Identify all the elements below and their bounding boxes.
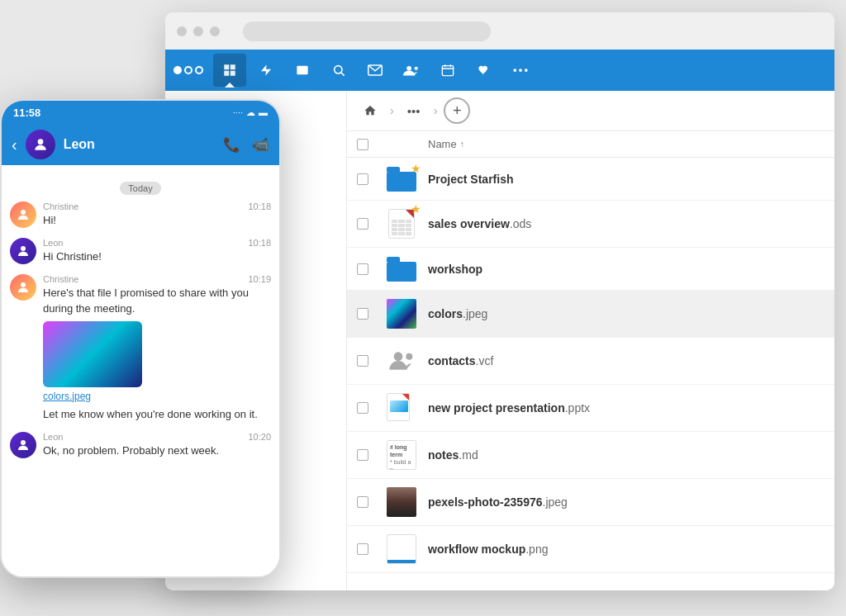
message-time-1: 10:18 [248, 201, 271, 211]
battery-icon: ▬ [259, 107, 268, 117]
file-checkbox-workshop[interactable] [357, 263, 377, 275]
svg-rect-7 [442, 66, 453, 76]
svg-point-16 [406, 353, 412, 360]
message-meta-4: Leon 10:20 [43, 432, 271, 442]
file-icon-area-new-project-presentation [383, 393, 420, 423]
file-row-notes[interactable]: # long term * build a n... develop l... … [347, 432, 834, 479]
home-button[interactable] [357, 97, 383, 124]
svg-point-18 [21, 210, 26, 215]
file-list: ★ Project Starfish ★ [347, 158, 834, 573]
date-badge: Today [120, 182, 160, 195]
message-2: Leon 10:18 Hi Christine! [10, 238, 271, 264]
png-icon [387, 534, 416, 564]
nav-heart-button[interactable] [468, 54, 501, 87]
file-checkbox-workflow-mockup[interactable] [357, 543, 377, 555]
file-row-project-starfish[interactable]: ★ Project Starfish [347, 158, 834, 201]
svg-point-11 [513, 69, 516, 72]
svg-point-15 [394, 352, 403, 361]
message-text-4: Ok, no problem. Probably next week. [43, 443, 271, 458]
video-button[interactable]: 📹 [252, 136, 269, 154]
more-breadcrumb-button[interactable]: ••• [401, 97, 427, 124]
message-3: Christine 10:19 Here's that file I promi… [10, 274, 271, 422]
spreadsheet-icon: ★ [388, 209, 415, 239]
contact-avatar [26, 130, 55, 159]
file-name-notes: notes.md [428, 448, 825, 462]
file-name-pexels-photo: pexels-photo-235976.jpeg [428, 495, 825, 509]
nav-mail-button[interactable] [359, 54, 392, 87]
shared-image[interactable] [43, 321, 142, 387]
file-row-new-project-presentation[interactable]: new project presentation.pptx [347, 385, 834, 432]
browser-dot-3 [210, 26, 220, 36]
select-all-checkbox[interactable] [357, 139, 368, 150]
file-row-colors[interactable]: colors.jpeg [347, 291, 834, 338]
contacts-icon [387, 346, 416, 376]
file-name-sales-overview: sales overview.ods [428, 217, 825, 230]
logo-circle-3 [195, 66, 203, 74]
address-bar[interactable] [243, 21, 491, 41]
file-icon-area-contacts [383, 346, 420, 376]
nextcloud-logo [173, 66, 203, 74]
chat-messages: Today Christine 10:18 Hi! Leon [2, 165, 279, 576]
file-row-workflow-mockup[interactable]: workflow mockup.png [347, 526, 834, 573]
colors-thumbnail [387, 299, 416, 329]
nav-contacts-button[interactable] [395, 54, 428, 87]
file-checkbox-contacts[interactable] [357, 355, 377, 367]
files-panel: › ••• › + Name ↑ [347, 91, 834, 590]
file-name-new-project-presentation: new project presentation.pptx [428, 401, 825, 415]
file-icon-area-project-starfish: ★ [383, 167, 420, 192]
phone-status-icons: ···· ☁ ▬ [233, 107, 268, 118]
folder-icon [387, 257, 416, 282]
browser-dot-1 [177, 26, 187, 36]
message-time-4: 10:20 [248, 432, 271, 442]
add-file-button[interactable]: + [444, 97, 470, 124]
nav-calendar-button[interactable] [431, 54, 464, 87]
file-name-project-starfish: Project Starfish [428, 173, 825, 186]
nav-files-button[interactable] [213, 54, 246, 87]
message-text-3b: Let me know when you're done working on … [43, 407, 271, 422]
file-row-workshop[interactable]: workshop [347, 248, 834, 291]
file-icon-area-sales-overview: ★ [383, 209, 420, 239]
back-button[interactable]: ‹ [12, 135, 17, 154]
contact-name: Leon [64, 137, 215, 152]
svg-point-21 [21, 440, 26, 445]
message-meta-1: Christine 10:18 [43, 201, 271, 211]
phone-status-bar: 11:58 ···· ☁ ▬ [2, 101, 279, 124]
nav-photos-button[interactable] [286, 54, 319, 87]
file-name-workflow-mockup: workflow mockup.png [428, 543, 825, 556]
name-column-header[interactable]: Name [428, 138, 457, 150]
file-checkbox-notes[interactable] [357, 449, 377, 461]
date-divider: Today [10, 180, 271, 195]
logo-circle-1 [173, 66, 182, 74]
svg-line-3 [341, 73, 345, 76]
image-link[interactable]: colors.jpeg [43, 391, 271, 402]
svg-point-2 [335, 66, 342, 73]
file-row-sales-overview[interactable]: ★ sales overview.ods [347, 201, 834, 248]
logo-circle-2 [184, 66, 192, 74]
message-content-1: Christine 10:18 Hi! [43, 201, 271, 228]
avatar-leon-1 [10, 238, 36, 264]
nav-activity-button[interactable] [250, 54, 283, 87]
nav-search-button[interactable] [322, 54, 355, 87]
sender-name-4: Leon [43, 432, 63, 442]
file-checkbox-pexels-photo[interactable] [357, 496, 377, 508]
file-icon-area-workflow-mockup [383, 534, 420, 564]
file-checkbox-sales-overview[interactable] [357, 218, 377, 230]
sender-name-3: Christine [43, 274, 78, 284]
file-checkbox-new-project-presentation[interactable] [357, 402, 377, 414]
chat-actions: 📞 📹 [223, 136, 269, 154]
file-row-pexels-photo[interactable]: pexels-photo-235976.jpeg [347, 479, 834, 526]
pexels-thumbnail [387, 487, 416, 517]
sender-name-1: Christine [43, 201, 78, 211]
message-4: Leon 10:20 Ok, no problem. Probably next… [10, 432, 271, 458]
file-row-contacts[interactable]: contacts.vcf [347, 338, 834, 385]
top-navigation [165, 50, 834, 91]
signal-icon: ···· [233, 107, 243, 117]
file-checkbox-colors[interactable] [357, 308, 377, 320]
nav-more-button[interactable] [504, 54, 537, 87]
file-name-colors: colors.jpeg [428, 307, 825, 320]
file-checkbox-project-starfish[interactable] [357, 173, 377, 185]
svg-point-12 [519, 69, 522, 72]
call-button[interactable]: 📞 [223, 136, 240, 154]
phone-time: 11:58 [13, 107, 40, 119]
message-content-4: Leon 10:20 Ok, no problem. Probably next… [43, 432, 271, 458]
